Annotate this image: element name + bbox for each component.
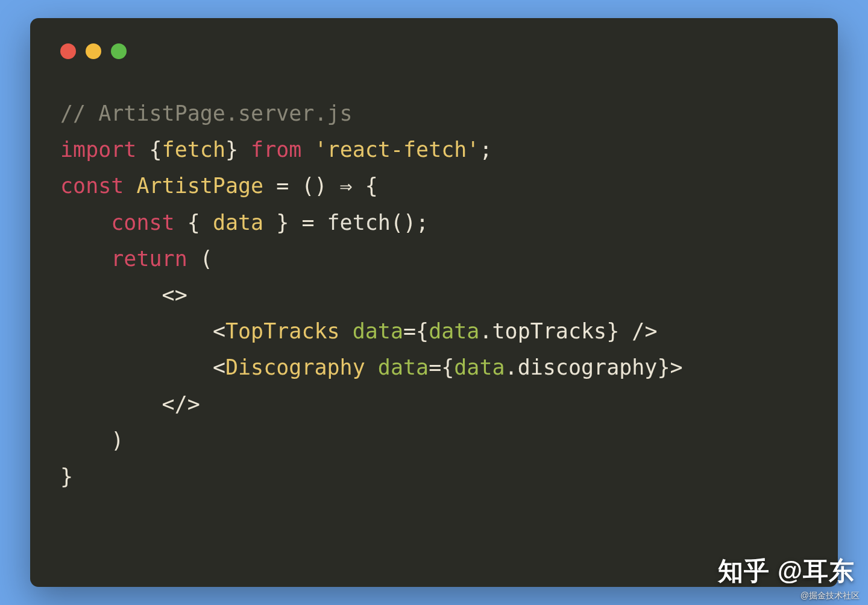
close-icon[interactable]	[60, 43, 76, 59]
watermark-sub: @掘金技术社区	[800, 591, 860, 601]
code-comment: // ArtistPage.server.js	[60, 101, 353, 125]
zoom-icon[interactable]	[111, 43, 127, 59]
code-block: // ArtistPage.server.js import {fetch} f…	[60, 95, 808, 495]
traffic-lights	[60, 43, 808, 59]
watermark-main: 知乎 @耳东	[718, 554, 855, 588]
minimize-icon[interactable]	[86, 43, 101, 59]
code-window: // ArtistPage.server.js import {fetch} f…	[30, 18, 838, 587]
